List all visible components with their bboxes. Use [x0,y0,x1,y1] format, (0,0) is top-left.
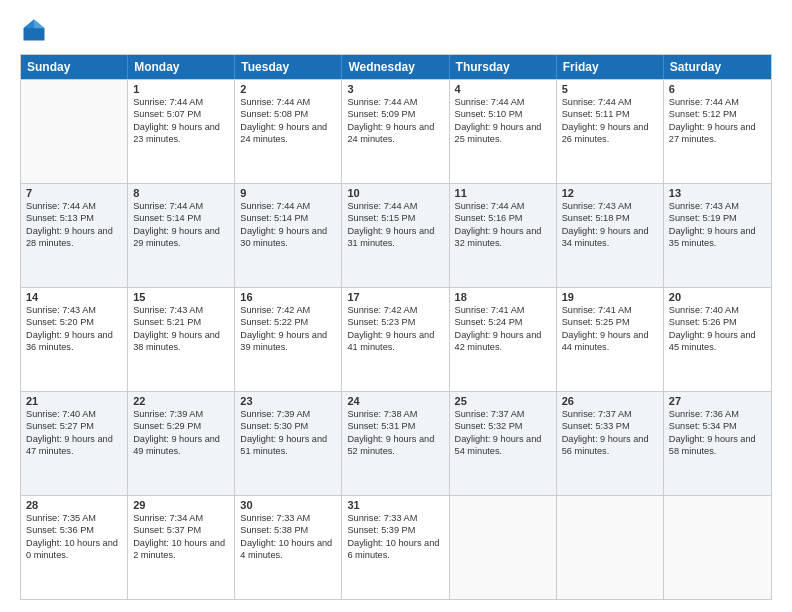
sunrise-text: Sunrise: 7:43 AM [26,304,122,316]
day-number: 23 [240,395,336,407]
calendar-cell-18: 18Sunrise: 7:41 AMSunset: 5:24 PMDayligh… [450,288,557,391]
sunset-text: Sunset: 5:20 PM [26,316,122,328]
sunrise-text: Sunrise: 7:44 AM [562,96,658,108]
calendar-body: 1Sunrise: 7:44 AMSunset: 5:07 PMDaylight… [21,79,771,599]
sunset-text: Sunset: 5:26 PM [669,316,766,328]
day-number: 20 [669,291,766,303]
sunset-text: Sunset: 5:13 PM [26,212,122,224]
sunset-text: Sunset: 5:36 PM [26,524,122,536]
calendar-cell-19: 19Sunrise: 7:41 AMSunset: 5:25 PMDayligh… [557,288,664,391]
day-number: 25 [455,395,551,407]
sunset-text: Sunset: 5:30 PM [240,420,336,432]
daylight-text: Daylight: 9 hours and 41 minutes. [347,329,443,354]
sunrise-text: Sunrise: 7:42 AM [347,304,443,316]
sunset-text: Sunset: 5:25 PM [562,316,658,328]
day-number: 12 [562,187,658,199]
sunset-text: Sunset: 5:19 PM [669,212,766,224]
calendar-cell-16: 16Sunrise: 7:42 AMSunset: 5:22 PMDayligh… [235,288,342,391]
day-number: 4 [455,83,551,95]
sunset-text: Sunset: 5:29 PM [133,420,229,432]
calendar-cell-28: 28Sunrise: 7:35 AMSunset: 5:36 PMDayligh… [21,496,128,599]
header-cell-tuesday: Tuesday [235,55,342,79]
sunset-text: Sunset: 5:37 PM [133,524,229,536]
svg-marker-2 [24,20,35,29]
sunset-text: Sunset: 5:16 PM [455,212,551,224]
calendar-cell-13: 13Sunrise: 7:43 AMSunset: 5:19 PMDayligh… [664,184,771,287]
sunset-text: Sunset: 5:08 PM [240,108,336,120]
daylight-text: Daylight: 9 hours and 28 minutes. [26,225,122,250]
calendar-row-4: 21Sunrise: 7:40 AMSunset: 5:27 PMDayligh… [21,391,771,495]
calendar-cell-10: 10Sunrise: 7:44 AMSunset: 5:15 PMDayligh… [342,184,449,287]
daylight-text: Daylight: 9 hours and 39 minutes. [240,329,336,354]
sunrise-text: Sunrise: 7:44 AM [240,200,336,212]
daylight-text: Daylight: 9 hours and 34 minutes. [562,225,658,250]
sunrise-text: Sunrise: 7:43 AM [562,200,658,212]
daylight-text: Daylight: 9 hours and 54 minutes. [455,433,551,458]
daylight-text: Daylight: 9 hours and 52 minutes. [347,433,443,458]
day-number: 13 [669,187,766,199]
calendar-row-2: 7Sunrise: 7:44 AMSunset: 5:13 PMDaylight… [21,183,771,287]
daylight-text: Daylight: 10 hours and 4 minutes. [240,537,336,562]
sunrise-text: Sunrise: 7:43 AM [133,304,229,316]
daylight-text: Daylight: 9 hours and 30 minutes. [240,225,336,250]
calendar-cell-24: 24Sunrise: 7:38 AMSunset: 5:31 PMDayligh… [342,392,449,495]
sunrise-text: Sunrise: 7:44 AM [347,96,443,108]
calendar-cell-31: 31Sunrise: 7:33 AMSunset: 5:39 PMDayligh… [342,496,449,599]
calendar: SundayMondayTuesdayWednesdayThursdayFrid… [20,54,772,600]
day-number: 30 [240,499,336,511]
sunrise-text: Sunrise: 7:41 AM [562,304,658,316]
sunrise-text: Sunrise: 7:36 AM [669,408,766,420]
calendar-cell-empty-0 [21,80,128,183]
calendar-header-row: SundayMondayTuesdayWednesdayThursdayFrid… [21,55,771,79]
calendar-cell-14: 14Sunrise: 7:43 AMSunset: 5:20 PMDayligh… [21,288,128,391]
day-number: 9 [240,187,336,199]
header [20,16,772,44]
sunrise-text: Sunrise: 7:44 AM [133,96,229,108]
daylight-text: Daylight: 10 hours and 2 minutes. [133,537,229,562]
daylight-text: Daylight: 9 hours and 35 minutes. [669,225,766,250]
sunset-text: Sunset: 5:07 PM [133,108,229,120]
daylight-text: Daylight: 9 hours and 26 minutes. [562,121,658,146]
sunset-text: Sunset: 5:10 PM [455,108,551,120]
daylight-text: Daylight: 9 hours and 32 minutes. [455,225,551,250]
sunrise-text: Sunrise: 7:41 AM [455,304,551,316]
day-number: 8 [133,187,229,199]
day-number: 31 [347,499,443,511]
sunrise-text: Sunrise: 7:37 AM [455,408,551,420]
calendar-cell-empty-4 [450,496,557,599]
page: SundayMondayTuesdayWednesdayThursdayFrid… [0,0,792,612]
sunset-text: Sunset: 5:15 PM [347,212,443,224]
calendar-cell-21: 21Sunrise: 7:40 AMSunset: 5:27 PMDayligh… [21,392,128,495]
day-number: 6 [669,83,766,95]
calendar-cell-15: 15Sunrise: 7:43 AMSunset: 5:21 PMDayligh… [128,288,235,391]
sunrise-text: Sunrise: 7:44 AM [669,96,766,108]
logo [20,16,52,44]
day-number: 28 [26,499,122,511]
calendar-cell-5: 5Sunrise: 7:44 AMSunset: 5:11 PMDaylight… [557,80,664,183]
sunset-text: Sunset: 5:18 PM [562,212,658,224]
daylight-text: Daylight: 9 hours and 23 minutes. [133,121,229,146]
calendar-cell-11: 11Sunrise: 7:44 AMSunset: 5:16 PMDayligh… [450,184,557,287]
sunset-text: Sunset: 5:23 PM [347,316,443,328]
sunset-text: Sunset: 5:14 PM [240,212,336,224]
header-cell-sunday: Sunday [21,55,128,79]
day-number: 17 [347,291,443,303]
sunrise-text: Sunrise: 7:44 AM [455,200,551,212]
calendar-cell-17: 17Sunrise: 7:42 AMSunset: 5:23 PMDayligh… [342,288,449,391]
svg-marker-1 [34,20,45,29]
daylight-text: Daylight: 9 hours and 49 minutes. [133,433,229,458]
calendar-cell-3: 3Sunrise: 7:44 AMSunset: 5:09 PMDaylight… [342,80,449,183]
day-number: 5 [562,83,658,95]
day-number: 14 [26,291,122,303]
day-number: 18 [455,291,551,303]
sunrise-text: Sunrise: 7:33 AM [347,512,443,524]
daylight-text: Daylight: 9 hours and 27 minutes. [669,121,766,146]
calendar-cell-29: 29Sunrise: 7:34 AMSunset: 5:37 PMDayligh… [128,496,235,599]
daylight-text: Daylight: 9 hours and 51 minutes. [240,433,336,458]
daylight-text: Daylight: 9 hours and 29 minutes. [133,225,229,250]
sunrise-text: Sunrise: 7:37 AM [562,408,658,420]
calendar-cell-20: 20Sunrise: 7:40 AMSunset: 5:26 PMDayligh… [664,288,771,391]
daylight-text: Daylight: 9 hours and 25 minutes. [455,121,551,146]
logo-icon [20,16,48,44]
sunrise-text: Sunrise: 7:33 AM [240,512,336,524]
